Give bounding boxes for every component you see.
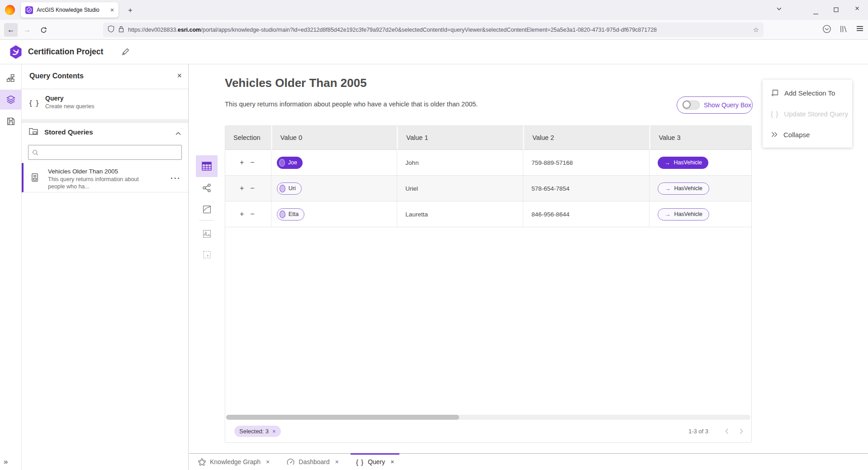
- menu-item-collapse[interactable]: Collapse: [763, 124, 852, 145]
- contents-layers-icon[interactable]: [0, 90, 21, 110]
- tab-dashboard[interactable]: Dashboard ×: [287, 454, 339, 470]
- forward-button[interactable]: →: [20, 23, 34, 37]
- search-input[interactable]: [42, 149, 178, 156]
- menu-item-add-selection-to[interactable]: Add Selection To: [763, 82, 852, 103]
- cell-value[interactable]: 578-654-7854: [523, 176, 650, 201]
- select-extent-button[interactable]: [196, 244, 218, 265]
- window-maximize-icon[interactable]: [834, 6, 839, 14]
- table-row[interactable]: +− Joe John 759-889-57168 →HasVehicle: [225, 150, 751, 176]
- app-header: Certification Project ? PL publisher2 la…: [0, 40, 868, 64]
- panel-close-icon[interactable]: ×: [177, 71, 182, 81]
- back-button[interactable]: ←: [4, 23, 18, 37]
- relationship-pill[interactable]: →HasVehicle: [658, 182, 709, 195]
- pocket-icon[interactable]: [822, 24, 831, 35]
- browser-toolbar: ← → https://dev0028833. esri.com /portal…: [0, 20, 868, 40]
- relationship-pill[interactable]: →HasVehicle: [658, 208, 709, 221]
- save-icon[interactable]: [0, 111, 21, 131]
- window-close-icon[interactable]: ×: [855, 4, 859, 13]
- braces-icon: { }: [356, 458, 364, 466]
- hamburger-menu-icon[interactable]: [856, 24, 864, 34]
- cell-value[interactable]: John: [397, 150, 523, 175]
- entity-label: Joe: [288, 159, 297, 166]
- tab-list-chevron-icon[interactable]: [776, 5, 782, 14]
- expand-rail-icon[interactable]: »: [4, 457, 8, 466]
- bookmark-star-icon[interactable]: ☆: [753, 26, 759, 34]
- column-header[interactable]: Selection: [225, 126, 271, 150]
- column-header[interactable]: Value 1: [397, 126, 523, 150]
- stored-queries-search[interactable]: [28, 145, 182, 160]
- url-bar[interactable]: https://dev0028833. esri.com /portal/app…: [103, 23, 764, 37]
- arrow-icon: →: [664, 185, 670, 192]
- expand-row-icon[interactable]: +: [240, 210, 244, 218]
- table-footer: Selected: 3 × 1-3 of 3: [225, 420, 751, 442]
- edit-title-icon[interactable]: [121, 48, 130, 58]
- tracking-shield-icon[interactable]: [108, 25, 114, 34]
- tab-close-icon[interactable]: ×: [110, 7, 114, 13]
- data-model-icon[interactable]: [0, 68, 21, 88]
- expand-row-icon[interactable]: +: [240, 158, 244, 167]
- menu-label: Add Selection To: [784, 89, 835, 97]
- stored-query-title: Vehicles Older Than 2005: [48, 168, 118, 175]
- stored-query-item[interactable]: Vehicles Older Than 2005 This query retu…: [22, 163, 188, 192]
- entity-pill[interactable]: Uri: [277, 182, 302, 195]
- cell-value[interactable]: Lauretta: [397, 201, 523, 227]
- close-tab-icon[interactable]: ×: [335, 458, 339, 465]
- panel-title: Query Contents: [29, 72, 84, 80]
- collapse-section-icon[interactable]: [175, 129, 181, 137]
- window-minimize-icon[interactable]: [813, 9, 819, 17]
- relationship-pill[interactable]: →HasVehicle: [658, 157, 708, 169]
- cell-value[interactable]: 759-889-57168: [523, 150, 650, 175]
- new-tab-icon[interactable]: +: [128, 6, 133, 15]
- link-chart-view-button[interactable]: [196, 177, 218, 199]
- knowledge-graph-icon: [198, 458, 206, 466]
- show-query-box-toggle[interactable]: [683, 101, 700, 110]
- dashboard-icon: [287, 458, 294, 466]
- query-create-item[interactable]: { } Query Create new queries: [22, 89, 188, 120]
- clear-selection-icon[interactable]: ×: [272, 428, 276, 435]
- entity-label: Uri: [289, 185, 296, 192]
- column-header[interactable]: Value 3: [649, 126, 751, 150]
- stored-queries-header[interactable]: Stored Queries: [22, 123, 188, 141]
- lock-icon[interactable]: [119, 26, 124, 34]
- horizontal-scrollbar[interactable]: [226, 415, 750, 420]
- browser-tab-title: ArcGIS Knowledge Studio: [37, 7, 110, 13]
- collapse-row-icon[interactable]: −: [250, 184, 254, 192]
- map-view-button[interactable]: [196, 198, 218, 220]
- scrollbar-thumb[interactable]: [226, 415, 459, 420]
- entity-pill[interactable]: Etta: [277, 208, 304, 221]
- close-tab-icon[interactable]: ×: [266, 458, 270, 465]
- selection-context-menu: Add Selection To { } Update Stored Query…: [763, 80, 852, 148]
- menu-item-update-stored-query[interactable]: { } Update Stored Query: [763, 103, 852, 124]
- collapse-row-icon[interactable]: −: [250, 158, 254, 167]
- cell-value[interactable]: 846-956-8644: [523, 201, 650, 227]
- tab-query[interactable]: { } Query ×: [356, 454, 394, 470]
- table-view-button[interactable]: [196, 155, 218, 177]
- braces-icon: { }: [771, 110, 778, 118]
- tab-knowledge-graph[interactable]: Knowledge Graph ×: [198, 454, 270, 470]
- selected-count-chip[interactable]: Selected: 3 ×: [234, 426, 281, 437]
- menu-label: Update Stored Query: [784, 110, 848, 118]
- reload-button[interactable]: [37, 23, 50, 37]
- expand-row-icon[interactable]: +: [240, 184, 244, 192]
- collapse-row-icon[interactable]: −: [250, 210, 254, 218]
- item-options-icon[interactable]: ···: [171, 174, 181, 183]
- previous-page-icon[interactable]: [722, 427, 731, 436]
- table-row[interactable]: +− Uri Uriel 578-654-7854 →HasVehicle: [225, 176, 751, 201]
- table-row[interactable]: +− Etta Lauretta 846-956-8644 →HasVehicl…: [225, 201, 751, 227]
- arrow-icon: →: [664, 159, 670, 166]
- library-icon[interactable]: [840, 24, 848, 35]
- browser-tab[interactable]: ArcGIS Knowledge Studio ×: [21, 2, 119, 18]
- show-query-box-button[interactable]: Show Query Box: [677, 96, 753, 114]
- add-to-map-button[interactable]: [196, 223, 218, 245]
- column-header[interactable]: Value 0: [271, 126, 397, 150]
- arcgis-favicon: [25, 6, 33, 14]
- close-tab-icon[interactable]: ×: [390, 458, 394, 465]
- firefox-icon[interactable]: [5, 5, 15, 15]
- column-header[interactable]: Value 2: [523, 126, 650, 150]
- tab-label: Knowledge Graph: [210, 458, 261, 465]
- entity-pill[interactable]: Joe: [277, 157, 303, 169]
- bottom-tab-bar: Knowledge Graph × Dashboard × { } Query …: [189, 453, 868, 470]
- cell-value[interactable]: Uriel: [397, 176, 523, 201]
- next-page-icon[interactable]: [737, 427, 746, 436]
- selected-count-label: Selected: 3: [239, 428, 269, 435]
